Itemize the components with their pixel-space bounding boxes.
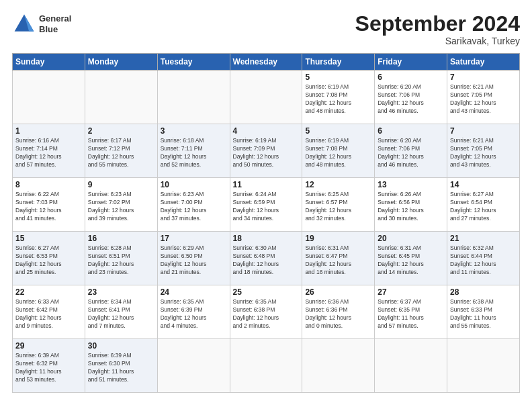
calendar-cell: 3 Sunrise: 6:18 AMSunset: 7:11 PMDayligh… bbox=[157, 124, 230, 178]
calendar-table: SundayMondayTuesdayWednesdayThursdayFrid… bbox=[12, 53, 520, 393]
logo-icon bbox=[12, 12, 36, 36]
calendar-week-row: 15 Sunrise: 6:27 AMSunset: 6:53 PMDaylig… bbox=[13, 232, 520, 285]
cell-content: Sunrise: 6:23 AMSunset: 7:02 PMDaylight:… bbox=[88, 191, 154, 223]
calendar-cell: 12 Sunrise: 6:25 AMSunset: 6:57 PMDaylig… bbox=[302, 178, 375, 232]
cell-content: Sunrise: 6:23 AMSunset: 7:00 PMDaylight:… bbox=[161, 191, 227, 223]
header: General Blue September 2024 Sarikavak, T… bbox=[12, 12, 520, 46]
calendar-cell: 20 Sunrise: 6:31 AMSunset: 6:45 PMDaylig… bbox=[375, 232, 447, 285]
cell-content: Sunrise: 6:20 AMSunset: 7:06 PMDaylight:… bbox=[378, 83, 444, 116]
day-header-sunday: Sunday bbox=[13, 54, 85, 71]
calendar-cell bbox=[157, 71, 230, 124]
cell-content: Sunrise: 6:32 AMSunset: 6:44 PMDaylight:… bbox=[450, 244, 517, 277]
cell-content: Sunrise: 6:35 AMSunset: 6:38 PMDaylight:… bbox=[233, 298, 300, 330]
day-number: 24 bbox=[161, 287, 227, 297]
cell-content: Sunrise: 6:24 AMSunset: 6:59 PMDaylight:… bbox=[233, 191, 300, 223]
calendar-cell: 5 Sunrise: 6:19 AMSunset: 7:08 PMDayligh… bbox=[302, 71, 375, 124]
calendar-cell: 16 Sunrise: 6:28 AMSunset: 6:51 PMDaylig… bbox=[85, 232, 157, 285]
day-number: 28 bbox=[450, 287, 517, 297]
day-number: 2 bbox=[88, 126, 154, 136]
day-number: 29 bbox=[15, 341, 82, 351]
day-number: 6 bbox=[378, 73, 444, 82]
calendar-cell: 17 Sunrise: 6:29 AMSunset: 6:50 PMDaylig… bbox=[157, 232, 230, 285]
page: General Blue September 2024 Sarikavak, T… bbox=[0, 0, 532, 411]
day-number: 12 bbox=[305, 180, 371, 189]
calendar-cell: 25 Sunrise: 6:35 AMSunset: 6:38 PMDaylig… bbox=[230, 285, 302, 339]
day-number: 9 bbox=[88, 180, 154, 189]
cell-content: Sunrise: 6:36 AMSunset: 6:36 PMDaylight:… bbox=[305, 298, 371, 330]
cell-content: Sunrise: 6:35 AMSunset: 6:39 PMDaylight:… bbox=[161, 298, 227, 330]
month-title: September 2024 bbox=[355, 12, 520, 36]
calendar-cell: 29 Sunrise: 6:39 AMSunset: 6:32 PMDaylig… bbox=[13, 339, 85, 393]
calendar-cell: 13 Sunrise: 6:26 AMSunset: 6:56 PMDaylig… bbox=[375, 178, 447, 232]
cell-content: Sunrise: 6:37 AMSunset: 6:35 PMDaylight:… bbox=[378, 298, 444, 330]
calendar-cell: 19 Sunrise: 6:31 AMSunset: 6:47 PMDaylig… bbox=[302, 232, 375, 285]
day-number: 8 bbox=[15, 180, 82, 189]
calendar-cell: 15 Sunrise: 6:27 AMSunset: 6:53 PMDaylig… bbox=[13, 232, 85, 285]
day-number: 6 bbox=[378, 126, 444, 136]
day-number: 14 bbox=[450, 180, 517, 189]
calendar-cell: 30 Sunrise: 6:39 AMSunset: 6:30 PMDaylig… bbox=[85, 339, 157, 393]
day-number: 7 bbox=[450, 73, 517, 82]
day-number: 13 bbox=[378, 180, 444, 189]
cell-content: Sunrise: 6:20 AMSunset: 7:06 PMDaylight:… bbox=[378, 137, 444, 169]
calendar-cell: 2 Sunrise: 6:17 AMSunset: 7:12 PMDayligh… bbox=[85, 124, 157, 178]
cell-content: Sunrise: 6:28 AMSunset: 6:51 PMDaylight:… bbox=[88, 244, 154, 277]
cell-content: Sunrise: 6:39 AMSunset: 6:32 PMDaylight:… bbox=[15, 352, 82, 384]
cell-content: Sunrise: 6:21 AMSunset: 7:05 PMDaylight:… bbox=[450, 137, 517, 169]
calendar-cell bbox=[157, 339, 230, 393]
day-header-tuesday: Tuesday bbox=[157, 54, 230, 71]
cell-content: Sunrise: 6:19 AMSunset: 7:09 PMDaylight:… bbox=[233, 137, 300, 169]
day-number: 15 bbox=[15, 234, 82, 243]
calendar-cell bbox=[230, 71, 302, 124]
day-number: 18 bbox=[233, 234, 300, 243]
calendar-week-row: 5 Sunrise: 6:19 AMSunset: 7:08 PMDayligh… bbox=[13, 71, 520, 124]
day-number: 4 bbox=[233, 126, 300, 136]
day-number: 7 bbox=[450, 126, 517, 136]
cell-content: Sunrise: 6:19 AMSunset: 7:08 PMDaylight:… bbox=[305, 137, 371, 169]
cell-content: Sunrise: 6:18 AMSunset: 7:11 PMDaylight:… bbox=[161, 137, 227, 169]
cell-content: Sunrise: 6:33 AMSunset: 6:42 PMDaylight:… bbox=[15, 298, 82, 330]
day-header-wednesday: Wednesday bbox=[230, 54, 302, 71]
calendar-cell: 7 Sunrise: 6:21 AMSunset: 7:05 PMDayligh… bbox=[447, 124, 520, 178]
cell-content: Sunrise: 6:26 AMSunset: 6:56 PMDaylight:… bbox=[378, 191, 444, 223]
calendar-cell bbox=[85, 71, 157, 124]
day-number: 10 bbox=[161, 180, 227, 189]
calendar-cell: 7 Sunrise: 6:21 AMSunset: 7:05 PMDayligh… bbox=[447, 71, 520, 124]
day-header-thursday: Thursday bbox=[302, 54, 375, 71]
calendar-cell: 9 Sunrise: 6:23 AMSunset: 7:02 PMDayligh… bbox=[85, 178, 157, 232]
day-number: 17 bbox=[161, 234, 227, 243]
day-number: 3 bbox=[161, 126, 227, 136]
day-number: 25 bbox=[233, 287, 300, 297]
day-number: 20 bbox=[378, 234, 444, 243]
day-number: 1 bbox=[15, 126, 82, 136]
cell-content: Sunrise: 6:22 AMSunset: 7:03 PMDaylight:… bbox=[15, 191, 82, 223]
cell-content: Sunrise: 6:27 AMSunset: 6:53 PMDaylight:… bbox=[15, 244, 82, 277]
calendar-cell: 23 Sunrise: 6:34 AMSunset: 6:41 PMDaylig… bbox=[85, 285, 157, 339]
calendar-header-row: SundayMondayTuesdayWednesdayThursdayFrid… bbox=[13, 54, 520, 71]
cell-content: Sunrise: 6:17 AMSunset: 7:12 PMDaylight:… bbox=[88, 137, 154, 169]
cell-content: Sunrise: 6:38 AMSunset: 6:33 PMDaylight:… bbox=[450, 298, 517, 330]
day-number: 26 bbox=[305, 287, 371, 297]
calendar-cell bbox=[447, 339, 520, 393]
calendar-cell: 8 Sunrise: 6:22 AMSunset: 7:03 PMDayligh… bbox=[13, 178, 85, 232]
calendar-cell: 22 Sunrise: 6:33 AMSunset: 6:42 PMDaylig… bbox=[13, 285, 85, 339]
calendar-cell bbox=[302, 339, 375, 393]
day-number: 5 bbox=[305, 73, 371, 82]
logo-text: General Blue bbox=[39, 13, 71, 34]
calendar-cell: 4 Sunrise: 6:19 AMSunset: 7:09 PMDayligh… bbox=[230, 124, 302, 178]
cell-content: Sunrise: 6:16 AMSunset: 7:14 PMDaylight:… bbox=[15, 137, 82, 169]
calendar-cell: 5 Sunrise: 6:19 AMSunset: 7:08 PMDayligh… bbox=[302, 124, 375, 178]
cell-content: Sunrise: 6:31 AMSunset: 6:47 PMDaylight:… bbox=[305, 244, 371, 277]
calendar-cell: 1 Sunrise: 6:16 AMSunset: 7:14 PMDayligh… bbox=[13, 124, 85, 178]
day-number: 19 bbox=[305, 234, 371, 243]
day-number: 16 bbox=[88, 234, 154, 243]
calendar-cell: 26 Sunrise: 6:36 AMSunset: 6:36 PMDaylig… bbox=[302, 285, 375, 339]
title-block: September 2024 Sarikavak, Turkey bbox=[355, 12, 520, 46]
calendar-cell bbox=[375, 339, 447, 393]
cell-content: Sunrise: 6:19 AMSunset: 7:08 PMDaylight:… bbox=[305, 83, 371, 116]
day-header-friday: Friday bbox=[375, 54, 447, 71]
day-header-saturday: Saturday bbox=[447, 54, 520, 71]
calendar-cell: 11 Sunrise: 6:24 AMSunset: 6:59 PMDaylig… bbox=[230, 178, 302, 232]
calendar-cell: 18 Sunrise: 6:30 AMSunset: 6:48 PMDaylig… bbox=[230, 232, 302, 285]
calendar-cell: 27 Sunrise: 6:37 AMSunset: 6:35 PMDaylig… bbox=[375, 285, 447, 339]
